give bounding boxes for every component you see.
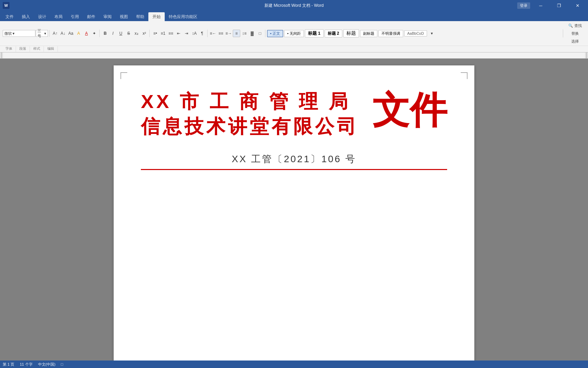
- org-name-line2: 信息技术讲堂有限公司: [141, 114, 365, 139]
- section-label-styles: 样式: [30, 46, 44, 52]
- superscript-button[interactable]: x²: [141, 30, 148, 37]
- alignment-group: ≡← ≡≡ ≡→ ≡ ↕≡ ▓ □: [208, 30, 265, 37]
- org-name-line1: XX 市 工 商 管 理 局: [141, 89, 365, 114]
- account-button[interactable]: 登录: [517, 2, 530, 9]
- tab-layout[interactable]: 布局: [50, 12, 67, 21]
- tab-references[interactable]: 引用: [67, 12, 83, 21]
- replace-button[interactable]: 替换: [565, 30, 585, 37]
- align-right-button[interactable]: ≡→: [225, 30, 232, 37]
- bold-button[interactable]: B: [101, 30, 109, 37]
- page-corner-tr: [461, 72, 468, 79]
- styles-expand-button[interactable]: ▾: [428, 30, 436, 37]
- font-size-combo[interactable]: 三号 ▾: [36, 30, 48, 37]
- tab-insert[interactable]: 插入: [18, 12, 34, 21]
- status-lang: 中文(中国): [38, 362, 55, 367]
- list-multi-button[interactable]: ≡≡: [167, 30, 175, 37]
- section-labels-row: 字体 段落 样式 编辑: [0, 46, 588, 52]
- ruler-inner: [1, 52, 587, 58]
- status-pages: 第 1 页: [3, 362, 14, 367]
- document-number: XX 工管〔2021〕106 号: [141, 153, 447, 166]
- status-words: 11 个字: [20, 362, 32, 367]
- search-group: 🔍 查找 替换 选择: [564, 22, 587, 45]
- style-subtle-emphasis[interactable]: 不明显强调: [378, 30, 403, 37]
- document-redline: [141, 169, 447, 170]
- style-heading2[interactable]: 标题 2: [325, 30, 342, 37]
- status-icon: □: [61, 362, 63, 366]
- paragraph-format-group: ≡• ≡1 ≡≡ ⇤ ⇥ ↕A ¶: [150, 30, 208, 37]
- font-size-value: 三号: [37, 28, 44, 39]
- italic-button[interactable]: I: [109, 30, 117, 37]
- show-marks-button[interactable]: ¶: [198, 30, 206, 37]
- tab-review[interactable]: 审阅: [99, 12, 116, 21]
- close-button[interactable]: ✕: [570, 0, 585, 11]
- minimize-button[interactable]: ─: [533, 0, 549, 11]
- styles-group: ▪ 正文 • 无间距 标题 1 标题 2 标题 副标题 不明显强调 AaBbCo…: [266, 29, 563, 37]
- decrease-indent-button[interactable]: ⇤: [175, 30, 182, 37]
- clear-format-button[interactable]: ✦: [91, 30, 98, 37]
- font-format-group: A↑ A↓ Aa A A ✦: [50, 30, 100, 37]
- text-style-group: B I U S x₂ x²: [100, 30, 150, 37]
- highlight-button[interactable]: A: [75, 30, 82, 37]
- subscript-button[interactable]: x₂: [133, 30, 140, 37]
- underline-button[interactable]: U: [117, 30, 125, 37]
- select-button[interactable]: 选择: [565, 37, 585, 45]
- style-no-spacing[interactable]: • 无间距: [284, 30, 304, 37]
- wenjian-text: 文件: [372, 89, 447, 131]
- shrink-font-button[interactable]: A↓: [59, 30, 67, 37]
- border-button[interactable]: □: [256, 30, 264, 37]
- strikethrough-button[interactable]: S: [125, 30, 132, 37]
- font-size-dropdown-icon: ▾: [44, 31, 46, 36]
- font-name-value: 微软: [4, 31, 12, 36]
- word-icon: W: [3, 2, 10, 9]
- align-left-button[interactable]: ≡←: [209, 30, 217, 37]
- font-name-dropdown-icon: ▾: [13, 31, 15, 36]
- ribbon-toolbar-row1: 微软 ▾ 三号 ▾ A↑ A↓ Aa A A ✦ B I U S x₂ x²: [0, 21, 588, 46]
- tab-mailing[interactable]: 邮件: [83, 12, 99, 21]
- page-corner-tl: [120, 72, 127, 79]
- style-normal[interactable]: ▪ 正文: [267, 30, 283, 37]
- list-bullet-button[interactable]: ≡•: [151, 30, 159, 37]
- sort-button[interactable]: ↕A: [191, 30, 198, 37]
- document-header: XX 市 工 商 管 理 局 信息技术讲堂有限公司 文件: [141, 86, 447, 142]
- font-name-group: 微软 ▾ 三号 ▾: [1, 30, 50, 37]
- style-extra[interactable]: AaBbCoD: [404, 30, 427, 36]
- grow-font-button[interactable]: A↑: [51, 30, 59, 37]
- maximize-button[interactable]: ❐: [551, 0, 567, 11]
- document-area[interactable]: XX 市 工 商 管 理 局 信息技术讲堂有限公司 文件 XX 工管〔2021〕…: [0, 59, 588, 361]
- tab-help[interactable]: 帮助: [132, 12, 148, 21]
- shading-button[interactable]: ▓: [248, 30, 256, 37]
- tab-design[interactable]: 设计: [34, 12, 50, 21]
- align-center-button[interactable]: ≡≡: [217, 30, 225, 37]
- title-bar-title: 新建 Microsoft Word 文档 - Word: [264, 3, 324, 9]
- org-name-block: XX 市 工 商 管 理 局 信息技术讲堂有限公司: [141, 89, 365, 139]
- ribbon-tab-row: 文件 插入 设计 布局 引用 邮件 审阅 视图 帮助 开始 特色应用功能区: [0, 11, 588, 21]
- ribbon: 文件 插入 设计 布局 引用 邮件 审阅 视图 帮助 开始 特色应用功能区: [0, 11, 588, 21]
- font-color-button[interactable]: A: [83, 30, 90, 37]
- style-heading[interactable]: 标题: [343, 29, 359, 37]
- tab-file[interactable]: 文件: [1, 12, 18, 21]
- increase-indent-button[interactable]: ⇥: [183, 30, 190, 37]
- list-number-button[interactable]: ≡1: [159, 30, 167, 37]
- tab-view[interactable]: 视图: [116, 12, 132, 21]
- tab-home[interactable]: 开始: [148, 12, 165, 21]
- font-name-combo[interactable]: 微软 ▾: [3, 30, 35, 37]
- status-bar: 第 1 页 11 个字 中文(中国) □: [0, 361, 588, 368]
- search-button[interactable]: 🔍 查找: [565, 22, 585, 29]
- change-case-button[interactable]: Aa: [67, 30, 75, 37]
- line-spacing-button[interactable]: ↕≡: [241, 30, 248, 37]
- document-page: XX 市 工 商 管 理 局 信息技术讲堂有限公司 文件 XX 工管〔2021〕…: [114, 65, 474, 361]
- title-bar-left: W: [3, 2, 10, 9]
- ribbon-content-home: 微软 ▾ 三号 ▾ A↑ A↓ Aa A A ✦ B I U S x₂ x²: [0, 21, 588, 52]
- ruler: [0, 52, 588, 59]
- section-label-font: 字体: [2, 46, 16, 52]
- justify-button[interactable]: ≡: [233, 30, 240, 37]
- style-subtitle[interactable]: 副标题: [360, 30, 377, 37]
- title-bar: W 新建 Microsoft Word 文档 - Word 登录 ─ ❐ ✕: [0, 0, 588, 11]
- style-heading1[interactable]: 标题 1: [305, 29, 324, 37]
- tab-special[interactable]: 特色应用功能区: [165, 12, 201, 21]
- title-bar-right: 登录 ─ ❐ ✕: [517, 0, 585, 11]
- section-label-edit: 编辑: [44, 46, 58, 52]
- section-label-paragraph: 段落: [16, 46, 30, 52]
